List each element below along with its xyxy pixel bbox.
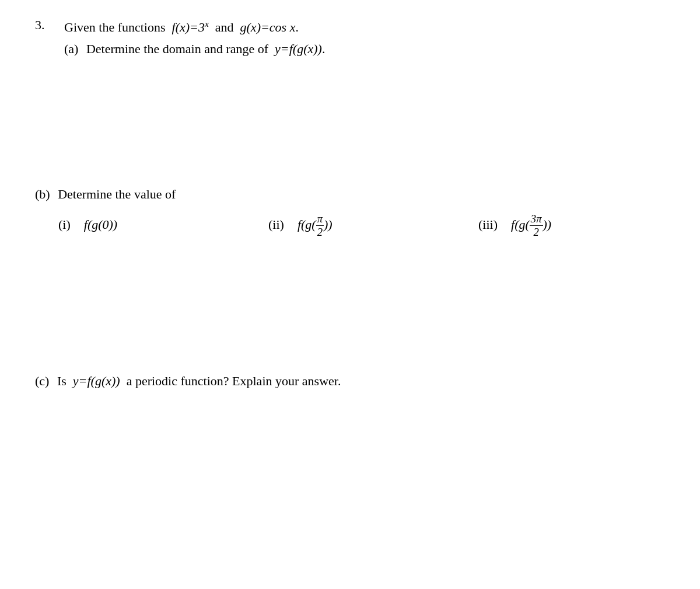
part-a-text: Determine the domain and range of — [86, 40, 268, 58]
sub-i-label: (i) — [58, 217, 71, 232]
page-content: 3. Given the functions f(x)=3x and g(x)=… — [0, 0, 700, 406]
part-c-text: a periodic function? Explain your answer… — [127, 374, 341, 389]
line-1: Given the functions f(x)=3x and g(x)=cos… — [64, 18, 665, 37]
sub-part-iii: (iii) f(g(3π2)) — [478, 212, 688, 239]
g-definition: g(x)=cos x — [240, 19, 296, 37]
sub-parts: (i) f(g(0)) (ii) f(g(π2)) (iii) f(g(3π2)… — [58, 212, 688, 239]
period-2: . — [322, 40, 326, 58]
sub-ii-label: (ii) — [268, 217, 284, 232]
period-1: . — [295, 19, 299, 37]
f-exponent: x — [205, 19, 209, 29]
given-text: Given the functions — [64, 19, 166, 37]
part-c-is: Is — [57, 374, 66, 389]
frac-3pi-2: 3π2 — [530, 212, 543, 239]
question-header: 3. Given the functions f(x)=3x and g(x)=… — [35, 18, 665, 58]
frac-3pi-2-den: 2 — [532, 226, 540, 239]
f-definition: f(x)=3x — [172, 18, 209, 37]
part-b-label: (b) — [35, 187, 50, 202]
sub-iii-label: (iii) — [478, 217, 498, 232]
sub-i-func: f(g(0)) — [84, 217, 117, 232]
part-a-label: (a) — [64, 40, 78, 58]
frac-3pi-2-num: 3π — [530, 212, 543, 226]
frac-pi-2-den: 2 — [316, 226, 324, 239]
question-number: 3. — [35, 18, 52, 33]
frac-pi-2: π2 — [316, 212, 324, 239]
part-b: (b) Determine the value of (i) f(g(0)) (… — [35, 187, 665, 239]
sub-part-i: (i) f(g(0)) — [58, 217, 268, 232]
frac-pi-2-num: π — [316, 212, 324, 226]
sub-ii-func: f(g(π2)) — [298, 212, 332, 239]
part-c-label: (c) — [35, 374, 49, 389]
part-a-line: (a) Determine the domain and range of y=… — [64, 40, 665, 58]
part-c-func: y=f(g(x)) — [73, 374, 120, 389]
part-a-func: y=f(g(x)) — [275, 40, 322, 58]
and-text: and — [215, 19, 234, 37]
f-def-text: f(x)=3x — [172, 20, 209, 34]
part-b-header: (b) Determine the value of — [35, 187, 176, 202]
part-c: (c) Is y=f(g(x)) a periodic function? Ex… — [35, 374, 665, 389]
sub-part-ii: (ii) f(g(π2)) — [268, 212, 478, 239]
question-body: Given the functions f(x)=3x and g(x)=cos… — [64, 18, 665, 58]
part-b-text: Determine the value of — [58, 187, 176, 202]
sub-iii-func: f(g(3π2)) — [511, 212, 551, 239]
